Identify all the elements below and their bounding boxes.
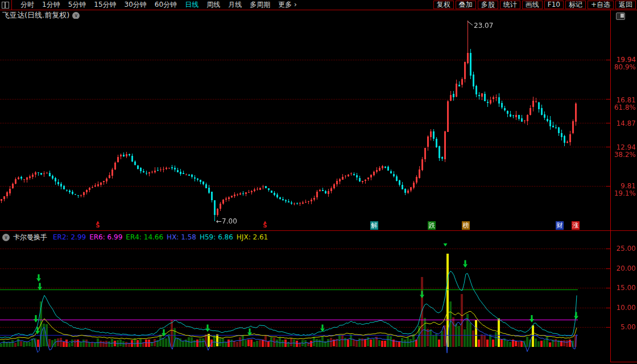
ex-dividend-marker[interactable]: ▲ S bbox=[95, 220, 101, 229]
indicator-param: ER6: 6.99 bbox=[89, 233, 122, 241]
menu-item-fenshi[interactable]: 分时 bbox=[20, 0, 34, 10]
button-mark[interactable]: 标记 bbox=[565, 1, 586, 9]
axis-label: 80.9% bbox=[612, 63, 636, 71]
button-add-watchlist[interactable]: +自选 bbox=[588, 1, 614, 9]
indicator-header: ∨ 卡尔曼换手 ER2: 2.99 ER6: 6.99 ER4: 14.66 H… bbox=[2, 233, 268, 242]
button-fuquan[interactable]: 复权 bbox=[433, 1, 454, 9]
axis-label: 14.87 bbox=[612, 119, 636, 127]
candlestick-chart[interactable] bbox=[0, 19, 610, 230]
menu-item-1min[interactable]: 1分钟 bbox=[42, 0, 60, 10]
menu-item-15min[interactable]: 15分钟 bbox=[94, 0, 116, 10]
button-statistics[interactable]: 统计 bbox=[500, 1, 520, 9]
axis-label: 9.81 bbox=[612, 182, 636, 190]
axis-label: 5.00 bbox=[612, 323, 636, 331]
axis-label: 61.8% bbox=[612, 104, 636, 111]
toolbar-right: 复权 叠加 多股 统计 画线 F10 标记 +自选 返回 bbox=[432, 1, 636, 9]
panel-separator bbox=[0, 230, 637, 231]
axis-label: 20.00 bbox=[612, 264, 636, 272]
indicator-param: ER2: 2.99 bbox=[53, 233, 86, 241]
chevron-down-icon[interactable]: ∨ bbox=[72, 12, 80, 19]
menu-item-5min[interactable]: 5分钟 bbox=[68, 0, 86, 10]
news-tag[interactable]: 解 bbox=[370, 221, 378, 230]
axis-label: 19.94 bbox=[612, 56, 636, 64]
chart-title-row: 飞亚达(日线.前复权) ∨ bbox=[2, 11, 80, 19]
indicator-param: ER4: 14.66 bbox=[126, 233, 163, 241]
news-tag[interactable]: 跌 bbox=[428, 221, 436, 230]
menu-item-monthly[interactable]: 月线 bbox=[228, 0, 242, 10]
menu-item-daily[interactable]: 日线 bbox=[185, 0, 198, 10]
split-window-icon[interactable] bbox=[2, 2, 9, 9]
news-tag[interactable]: 榜 bbox=[462, 221, 470, 230]
axis-label: 19.1% bbox=[612, 189, 636, 197]
indicator-chart[interactable] bbox=[0, 243, 610, 362]
ex-dividend-marker[interactable]: ▲ S bbox=[262, 220, 268, 229]
trading-app-window: 分时 1分钟 5分钟 15分钟 30分钟 60分钟 日线 周线 月线 多周期 更… bbox=[0, 0, 637, 364]
axis-bottom-border bbox=[610, 362, 637, 362]
button-back[interactable]: 返回 bbox=[615, 1, 636, 9]
menu-item-60min[interactable]: 60分钟 bbox=[155, 0, 177, 10]
axis-label: 25.00 bbox=[612, 245, 636, 253]
axis-label: 38.2% bbox=[612, 151, 636, 159]
price-axis bbox=[610, 10, 611, 362]
chevron-down-icon[interactable]: ∨ bbox=[2, 234, 10, 241]
menu-item-multi-period[interactable]: 多周期 bbox=[250, 0, 270, 10]
news-tag[interactable]: 财 bbox=[556, 221, 564, 230]
axis-label: 10.00 bbox=[612, 304, 636, 312]
axis-label: 16.81 bbox=[612, 96, 636, 104]
axis-label: 15.00 bbox=[612, 284, 636, 292]
indicator-param: H59: 6.86 bbox=[200, 233, 233, 241]
menu-item-30min[interactable]: 30分钟 bbox=[125, 0, 147, 10]
menu-item-more[interactable]: 更多 › bbox=[278, 0, 297, 10]
button-draw-line[interactable]: 画线 bbox=[522, 1, 543, 9]
menu-divider bbox=[11, 0, 12, 10]
indicator-name[interactable]: 卡尔曼换手 bbox=[13, 233, 47, 242]
period-menubar: 分时 1分钟 5分钟 15分钟 30分钟 60分钟 日线 周线 月线 多周期 更… bbox=[0, 0, 637, 10]
news-tag[interactable]: 涨 bbox=[572, 221, 580, 230]
menu-item-weekly[interactable]: 周线 bbox=[206, 0, 220, 10]
button-overlay[interactable]: 叠加 bbox=[456, 1, 476, 9]
indicator-param: HX: 1.58 bbox=[167, 233, 196, 241]
indicator-param: HJX: 2.61 bbox=[237, 233, 268, 241]
panel-layout-icon[interactable] bbox=[616, 13, 625, 20]
button-multi-stock[interactable]: 多股 bbox=[478, 1, 498, 9]
axis-label: 12.94 bbox=[612, 143, 636, 151]
button-f10[interactable]: F10 bbox=[544, 1, 564, 9]
